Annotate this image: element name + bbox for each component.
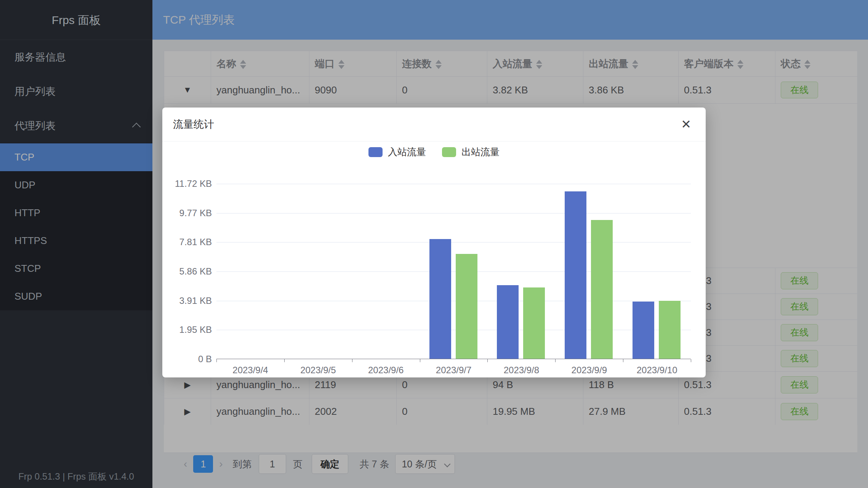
x-axis-tick-label: 2023/9/10 [623,365,691,376]
y-axis-tick-label: 3.91 KB [162,295,212,306]
y-axis-tick-label: 11.72 KB [162,178,212,189]
x-axis-tick [284,359,285,362]
bar-outbound[interactable] [659,301,681,359]
x-axis-line [216,359,691,359]
x-axis-tick [623,359,623,362]
y-axis-tick-label: 5.86 KB [162,266,212,277]
bar-outbound[interactable] [591,220,613,359]
dialog-header: 流量统计 ✕ [162,108,706,141]
x-axis-tick-label: 2023/9/6 [352,365,420,376]
x-axis-tick [487,359,488,362]
legend-swatch-outbound[interactable] [442,147,456,157]
x-axis-tick [555,359,556,362]
x-axis-tick-label: 2023/9/8 [487,365,555,376]
x-axis-tick [216,359,217,362]
traffic-stats-dialog: 流量统计 ✕ 入站流量出站流量 11.72 KB9.77 KB7.81 KB5.… [162,108,706,377]
bar-outbound[interactable] [456,254,477,359]
gridline [216,330,691,330]
bar-inbound[interactable] [497,285,519,359]
bar-outbound[interactable] [523,287,545,359]
gridline [216,184,691,184]
gridline [216,213,691,214]
x-axis-tick-label: 2023/9/5 [284,365,352,376]
gridline [216,301,691,301]
x-axis-tick-label: 2023/9/9 [555,365,623,376]
x-axis-tick [420,359,420,362]
legend-swatch-inbound[interactable] [368,147,383,157]
close-icon[interactable]: ✕ [678,108,694,141]
y-axis-tick-label: 0 B [162,354,212,364]
gridline [216,242,691,242]
bar-chart-plot [216,184,691,359]
dialog-title: 流量统计 [162,108,706,141]
x-axis-tick [352,359,352,362]
chart-legend: 入站流量出站流量 [162,146,706,158]
x-axis-tick [691,359,691,362]
bar-inbound[interactable] [565,191,586,359]
x-axis-tick-label: 2023/9/7 [420,365,488,376]
legend-label: 入站流量 [388,146,426,158]
bar-inbound[interactable] [429,239,451,359]
legend-label: 出站流量 [461,146,500,158]
y-axis-tick-label: 1.95 KB [162,324,212,335]
y-axis-tick-label: 7.81 KB [162,237,212,247]
y-axis-tick-label: 9.77 KB [162,208,212,218]
bar-inbound[interactable] [633,302,654,359]
x-axis-tick-label: 2023/9/4 [216,365,284,376]
gridline [216,271,691,272]
